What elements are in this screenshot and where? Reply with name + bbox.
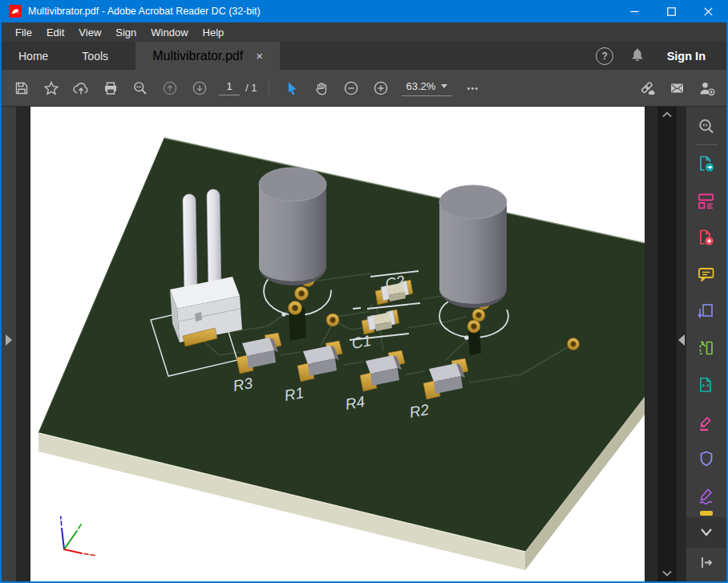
- label-r3: R3: [232, 374, 254, 395]
- ellipsis-icon: •••: [467, 83, 479, 93]
- hand-tool-button[interactable]: [306, 74, 336, 103]
- organize-pages-icon: [696, 302, 717, 322]
- save-icon: [14, 80, 30, 96]
- sidebar-collapse-button[interactable]: [693, 549, 720, 577]
- chevron-down-icon: [441, 84, 447, 88]
- menu-edit[interactable]: Edit: [39, 22, 71, 42]
- tab-close-icon[interactable]: ×: [256, 50, 263, 62]
- label-r2: R2: [408, 401, 431, 421]
- create-pdf-icon: [696, 228, 717, 249]
- orientation-axes: [61, 516, 95, 556]
- close-icon: [704, 7, 713, 16]
- cloud-upload-icon: [72, 80, 89, 96]
- printer-icon: [103, 80, 119, 96]
- menu-window[interactable]: Window: [144, 22, 195, 42]
- acrobat-window: Multivibrator.pdf - Adobe Acrobat Reader…: [0, 0, 728, 583]
- sidebar-scroll-more-button[interactable]: [686, 517, 726, 548]
- menu-help[interactable]: Help: [196, 22, 232, 42]
- send-email-button[interactable]: [662, 74, 692, 103]
- favorites-button[interactable]: [36, 74, 66, 103]
- capacitor-cylinder-left: [259, 168, 326, 285]
- find-button[interactable]: [125, 74, 155, 103]
- export-pdf-icon: [696, 154, 717, 175]
- toolbar-separator: [269, 79, 269, 98]
- share-cloud-button[interactable]: [66, 74, 95, 103]
- star-icon: [43, 80, 59, 96]
- plus-circle-icon: [373, 80, 389, 96]
- menu-bar: File Edit View Sign Window Help: [2, 22, 726, 42]
- help-icon: ?: [596, 47, 613, 65]
- page-up-icon: [162, 80, 178, 96]
- sign-in-button[interactable]: Sign In: [667, 50, 706, 63]
- add-account-button[interactable]: [692, 74, 722, 103]
- close-button[interactable]: [690, 0, 726, 22]
- sidebar-certificates-button[interactable]: [693, 483, 720, 510]
- title-bar: Multivibrator.pdf - Adobe Acrobat Reader…: [2, 0, 726, 22]
- sidebar-fill-sign-button[interactable]: [693, 409, 720, 436]
- tab-home[interactable]: Home: [2, 42, 65, 70]
- document-scrollbar[interactable]: [657, 107, 677, 581]
- zoom-level-dropdown[interactable]: 63.2%: [402, 80, 451, 96]
- comment-icon: [696, 265, 717, 285]
- left-panel-rail[interactable]: [2, 107, 16, 581]
- pointer-icon: [284, 80, 300, 96]
- capacitor-cylinder-right: [439, 185, 507, 308]
- sidebar-organize-pages-button[interactable]: [693, 298, 720, 326]
- zoom-out-button[interactable]: [336, 74, 366, 103]
- menu-sign[interactable]: Sign: [108, 22, 144, 42]
- scroll-down-icon[interactable]: [662, 570, 672, 577]
- main-area: R3 R1 R4 R2 C1 C2: [2, 107, 726, 581]
- protect-shield-icon: [696, 449, 717, 470]
- expand-left-panel-icon[interactable]: [6, 334, 12, 346]
- page-down-icon: [192, 80, 208, 96]
- fill-sign-icon: [696, 412, 717, 433]
- pdf-page[interactable]: R3 R1 R4 R2 C1 C2: [30, 107, 645, 581]
- link-icon: [639, 80, 657, 96]
- share-link-button[interactable]: [633, 74, 662, 103]
- search-icon: [132, 80, 148, 96]
- next-page-button[interactable]: [184, 74, 214, 103]
- help-button[interactable]: ?: [590, 42, 620, 71]
- hidden-tool-peek-icon: [700, 511, 713, 516]
- sidebar-edit-pdf-button[interactable]: [693, 335, 720, 362]
- edit-pdf-icon: [696, 338, 717, 359]
- search-tools-icon: [696, 116, 717, 137]
- menu-view[interactable]: View: [71, 22, 108, 42]
- print-button[interactable]: [95, 74, 125, 103]
- envelope-icon: [669, 80, 686, 96]
- minimize-icon: [630, 7, 639, 16]
- label-c1: C1: [350, 332, 373, 352]
- zoom-in-button[interactable]: [366, 74, 395, 103]
- label-r4: R4: [344, 393, 366, 413]
- tab-document[interactable]: Multivibrator.pdf ×: [135, 42, 280, 70]
- window-title: Multivibrator.pdf - Adobe Acrobat Reader…: [28, 6, 261, 17]
- page-number-input[interactable]: 1: [219, 80, 240, 95]
- zoom-level-value: 63.2%: [406, 80, 435, 92]
- scroll-up-icon[interactable]: [662, 111, 672, 118]
- select-tool-button[interactable]: [277, 74, 306, 103]
- collapse-right-panel-icon[interactable]: [678, 334, 685, 346]
- more-tools-button[interactable]: •••: [458, 74, 487, 103]
- menu-file[interactable]: File: [8, 22, 39, 42]
- minus-circle-icon: [343, 80, 359, 96]
- maximize-button[interactable]: [653, 0, 690, 22]
- tab-tools[interactable]: Tools: [65, 42, 125, 70]
- save-button[interactable]: [6, 74, 36, 103]
- minimize-button[interactable]: [616, 0, 653, 22]
- collapse-panel-icon: [696, 553, 717, 573]
- sidebar-create-pdf-button[interactable]: [693, 225, 720, 252]
- maximize-icon: [667, 7, 676, 16]
- sidebar-divider: [695, 144, 718, 145]
- sidebar-compress-pdf-button[interactable]: [693, 372, 720, 399]
- label-r1: R1: [283, 384, 305, 404]
- sidebar-export-pdf-button[interactable]: [693, 151, 720, 178]
- sidebar-combine-files-button[interactable]: [693, 188, 720, 215]
- sidebar-search-tools-button[interactable]: [693, 113, 720, 140]
- sidebar-protect-button[interactable]: [693, 446, 720, 473]
- main-toolbar: 1 / 1 63.2% •••: [2, 70, 726, 107]
- notifications-button[interactable]: [623, 42, 653, 71]
- page-total-label: / 1: [245, 82, 257, 94]
- sidebar-comment-button[interactable]: [693, 261, 720, 289]
- previous-page-button[interactable]: [155, 74, 184, 103]
- window-controls: [616, 0, 726, 22]
